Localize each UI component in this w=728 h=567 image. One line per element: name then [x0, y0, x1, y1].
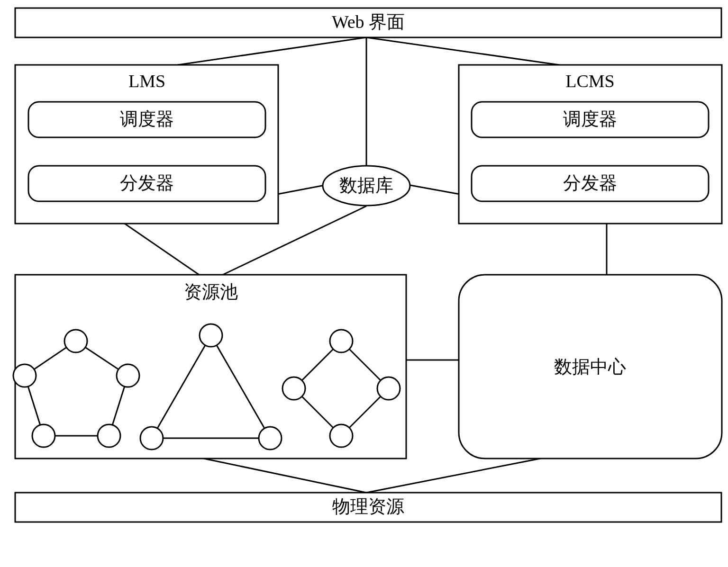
- lcms-box: LCMS 调度器 分发器: [459, 65, 722, 224]
- svg-line-0: [178, 37, 366, 65]
- svg-point-19: [64, 330, 87, 352]
- svg-point-22: [32, 424, 55, 447]
- resource-pool-label: 资源池: [184, 282, 238, 302]
- database-node: 数据库: [323, 166, 410, 206]
- svg-point-25: [200, 324, 222, 347]
- svg-line-10: [366, 459, 540, 493]
- lcms-dispatcher-label: 分发器: [563, 173, 617, 193]
- svg-point-23: [13, 364, 36, 387]
- data-center-box: 数据中心: [459, 275, 722, 459]
- web-interface-label: Web 界面: [332, 12, 405, 32]
- svg-point-31: [330, 424, 353, 447]
- database-label: 数据库: [339, 175, 393, 195]
- lms-box: LMS 调度器 分发器: [15, 65, 278, 224]
- resource-pool-box: 资源池: [13, 275, 406, 459]
- svg-line-5: [123, 223, 199, 275]
- physical-resources-box: 物理资源: [15, 493, 721, 522]
- svg-line-4: [408, 185, 460, 194]
- svg-point-20: [117, 364, 139, 387]
- lms-title: LMS: [128, 71, 165, 91]
- svg-point-26: [259, 427, 282, 450]
- svg-point-30: [377, 377, 400, 400]
- svg-line-3: [277, 185, 327, 194]
- svg-point-29: [330, 330, 353, 352]
- web-interface-box: Web 界面: [15, 8, 721, 37]
- physical-resources-label: 物理资源: [332, 496, 404, 516]
- svg-point-27: [140, 427, 163, 450]
- svg-point-32: [282, 377, 305, 400]
- lms-scheduler-label: 调度器: [120, 109, 174, 129]
- lms-dispatcher-label: 分发器: [120, 173, 174, 193]
- lcms-title: LCMS: [565, 71, 614, 91]
- architecture-diagram: Web 界面 LMS 调度器 分发器 LCMS 调度器 分发器 数据库 资源池: [0, 0, 728, 567]
- svg-line-1: [366, 37, 559, 65]
- lcms-scheduler-label: 调度器: [563, 109, 617, 129]
- svg-point-21: [98, 424, 120, 447]
- svg-line-9: [204, 459, 366, 493]
- data-center-label: 数据中心: [554, 357, 626, 377]
